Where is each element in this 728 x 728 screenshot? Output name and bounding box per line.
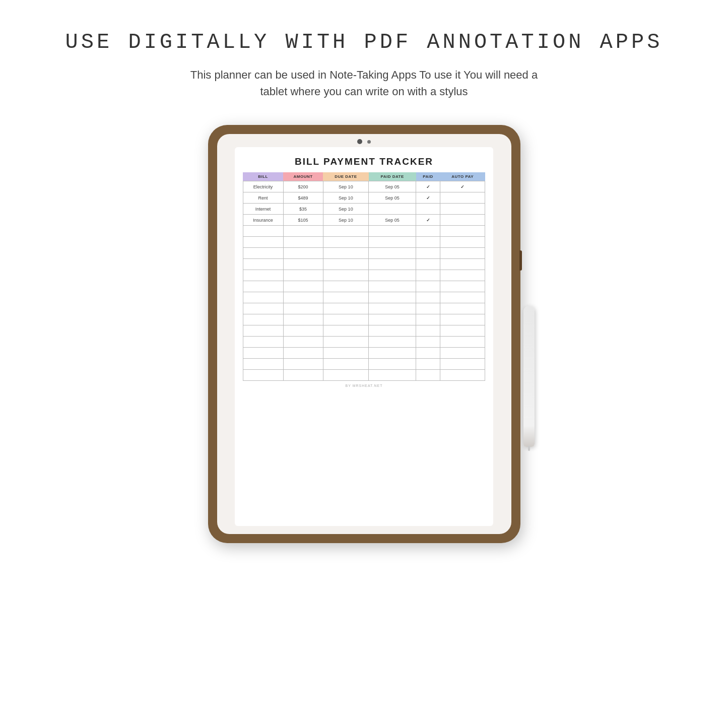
table-cell: Sep 05 — [369, 215, 416, 226]
table-cell-empty — [440, 359, 485, 370]
table-cell-empty — [416, 270, 440, 281]
table-cell-empty — [243, 259, 283, 270]
table-cell-empty — [440, 303, 485, 314]
table-cell: Sep 10 — [323, 181, 368, 192]
table-cell-empty — [440, 348, 485, 359]
col-paid: PAID — [416, 172, 440, 181]
table-cell-empty — [243, 348, 283, 359]
table-cell-empty — [243, 270, 283, 281]
stylus — [523, 306, 535, 447]
table-cell-empty — [243, 325, 283, 337]
col-paiddate: PAID DATE — [369, 172, 416, 181]
table-cell — [440, 192, 485, 204]
table-row-empty — [243, 370, 485, 381]
table-row-empty — [243, 226, 485, 237]
table-cell: Insurance — [243, 215, 283, 226]
table-cell: Sep 10 — [323, 204, 368, 215]
table-cell-empty — [323, 359, 368, 370]
table-cell-empty — [323, 303, 368, 314]
table-cell-empty — [323, 226, 368, 237]
tablet-outer: BILL PAYMENT TRACKER BILL AMOUNT DUE DAT… — [208, 125, 520, 543]
table-cell-empty — [323, 248, 368, 259]
table-cell-empty — [369, 370, 416, 381]
table-cell-empty — [416, 370, 440, 381]
table-cell — [440, 215, 485, 226]
table-cell-empty — [416, 281, 440, 292]
side-button — [519, 250, 522, 271]
table-cell: $489 — [283, 192, 323, 204]
table-cell-empty — [440, 248, 485, 259]
table-cell-empty — [440, 270, 485, 281]
table-cell: ✓ — [416, 215, 440, 226]
table-cell-empty — [283, 281, 323, 292]
camera-bar — [217, 134, 511, 147]
table-cell-empty — [323, 281, 368, 292]
table-cell: $35 — [283, 204, 323, 215]
table-cell-empty — [243, 359, 283, 370]
table-cell-empty — [283, 259, 323, 270]
table-cell: $200 — [283, 181, 323, 192]
table-cell-empty — [369, 292, 416, 303]
table-cell-empty — [323, 259, 368, 270]
table-row-empty — [243, 270, 485, 281]
table-cell-empty — [416, 359, 440, 370]
table-cell-empty — [283, 226, 323, 237]
table-cell-empty — [283, 292, 323, 303]
table-cell-empty — [440, 314, 485, 325]
col-amount: AMOUNT — [283, 172, 323, 181]
footer-text: BY MRSHEAT.NET — [345, 384, 382, 387]
tracker-title: BILL PAYMENT TRACKER — [295, 156, 433, 167]
screen-content: BILL PAYMENT TRACKER BILL AMOUNT DUE DAT… — [235, 147, 494, 526]
table-cell-empty — [369, 248, 416, 259]
table-cell-empty — [243, 292, 283, 303]
table-row-empty — [243, 325, 485, 337]
table-cell-empty — [416, 325, 440, 337]
table-row-empty — [243, 281, 485, 292]
table-cell: $105 — [283, 215, 323, 226]
table-cell-empty — [416, 259, 440, 270]
col-bill: BILL — [243, 172, 283, 181]
table-cell-empty — [416, 292, 440, 303]
table-cell-empty — [283, 348, 323, 359]
table-cell-empty — [243, 303, 283, 314]
table-cell-empty — [369, 303, 416, 314]
table-row-empty — [243, 292, 485, 303]
table-cell-empty — [323, 237, 368, 248]
camera-dot-2 — [367, 140, 371, 144]
table-cell-empty — [440, 337, 485, 348]
table-cell-empty — [440, 259, 485, 270]
table-row-empty — [243, 259, 485, 270]
table-row-empty — [243, 314, 485, 325]
table-cell-empty — [416, 248, 440, 259]
table-row: Electricity$200Sep 10Sep 05✓✓ — [243, 181, 485, 192]
table-row-empty — [243, 348, 485, 359]
table-cell-empty — [243, 248, 283, 259]
table-cell-empty — [283, 359, 323, 370]
table-row: Internet$35Sep 10 — [243, 204, 485, 215]
table-cell-empty — [283, 270, 323, 281]
table-cell-empty — [416, 348, 440, 359]
table-cell-empty — [440, 292, 485, 303]
table-cell-empty — [243, 370, 283, 381]
table-cell-empty — [369, 226, 416, 237]
table-cell-empty — [440, 281, 485, 292]
table-cell-empty — [323, 325, 368, 337]
page-subtitle: This planner can be used in Note-Taking … — [188, 67, 541, 100]
table-cell-empty — [369, 281, 416, 292]
table-cell-empty — [369, 314, 416, 325]
tablet-mockup: BILL PAYMENT TRACKER BILL AMOUNT DUE DAT… — [208, 125, 520, 543]
table-cell-empty — [323, 370, 368, 381]
table-row: Insurance$105Sep 10Sep 05✓ — [243, 215, 485, 226]
col-autopay: AUTO PAY — [440, 172, 485, 181]
table-cell: ✓ — [440, 181, 485, 192]
table-row: Rent$489Sep 10Sep 05✓ — [243, 192, 485, 204]
table-cell: Electricity — [243, 181, 283, 192]
table-cell: Rent — [243, 192, 283, 204]
table-cell-empty — [440, 325, 485, 337]
table-cell-empty — [243, 237, 283, 248]
table-cell: Sep 05 — [369, 181, 416, 192]
table-cell-empty — [283, 314, 323, 325]
table-cell-empty — [416, 237, 440, 248]
table-row-empty — [243, 237, 485, 248]
table-cell — [440, 204, 485, 215]
